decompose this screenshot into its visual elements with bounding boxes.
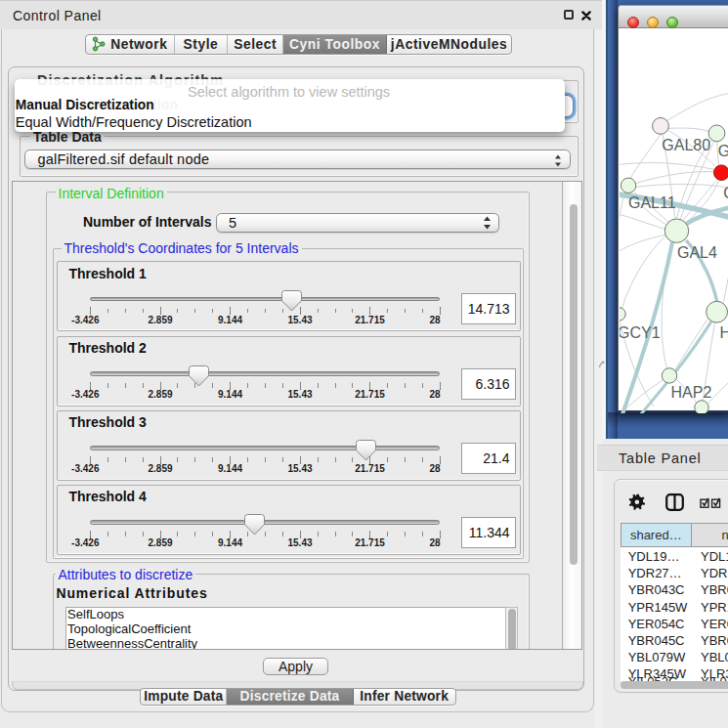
svg-text:GAL80: GAL80 [662,137,710,153]
svg-text:H: H [720,324,728,341]
svg-text:GAL4: GAL4 [677,245,717,262]
svg-text:C: C [723,186,728,202]
svg-text:GAL11: GAL11 [628,194,676,211]
svg-text:GCY1: GCY1 [620,324,661,341]
svg-text:HAP2: HAP2 [671,384,712,401]
svg-text:G.: G. [718,143,728,159]
